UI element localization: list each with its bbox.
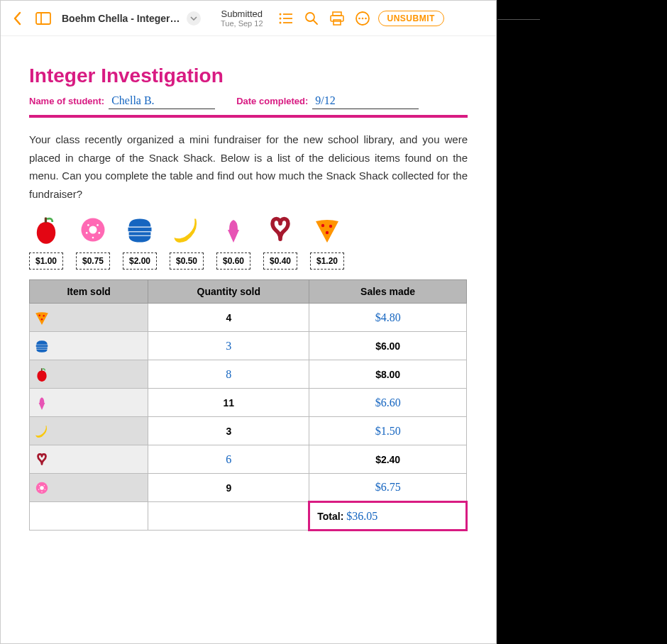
- svg-rect-0: [36, 13, 50, 24]
- qty-cell: 3: [148, 332, 309, 360]
- status-sub: Tue, Sep 12: [221, 19, 263, 28]
- sales-cell: $6.60: [309, 389, 467, 417]
- empty-cell: [30, 502, 148, 531]
- chevron-left-icon: [13, 11, 23, 26]
- doc-title: Boehm Chella - Integers I...: [62, 13, 182, 24]
- sales-table: Item sold Quantity sold Sales made 4$4.8…: [29, 279, 468, 531]
- qty-cell: 4: [148, 304, 309, 332]
- qty-cell: 8: [148, 360, 309, 389]
- svg-rect-12: [334, 20, 341, 25]
- svg-line-9: [314, 21, 317, 24]
- col-item: Item sold: [30, 280, 148, 304]
- qty-cell: 9: [148, 474, 309, 502]
- name-field: Name of student: Chella B.: [29, 94, 215, 109]
- svg-point-16: [365, 17, 367, 19]
- price-box: $0.60: [216, 252, 250, 270]
- total-cell: Total: $36.05: [309, 502, 467, 531]
- total-value: $36.05: [346, 510, 377, 522]
- svg-point-8: [306, 13, 314, 21]
- col-sales: Sales made: [309, 280, 467, 304]
- name-label: Name of student:: [29, 96, 104, 106]
- toc-button[interactable]: [276, 9, 296, 28]
- item-cell: [30, 474, 148, 502]
- item-cell: [30, 445, 148, 474]
- food-icons-row: [29, 213, 468, 247]
- unsubmit-button[interactable]: UNSUBMIT: [378, 11, 444, 26]
- worksheet-page: Integer Investigation Name of student: C…: [1, 36, 496, 545]
- svg-point-2: [279, 13, 281, 15]
- toolbar: Boehm Chella - Integers I... Submitted T…: [1, 1, 496, 36]
- pizza-icon: [310, 213, 344, 247]
- title-dropdown[interactable]: [187, 11, 201, 26]
- svg-point-15: [361, 17, 363, 19]
- total-label: Total:: [317, 511, 343, 522]
- banana-icon: [170, 213, 204, 247]
- price-box: $0.50: [170, 252, 204, 270]
- price-box: $1.20: [310, 252, 344, 270]
- icecream-icon: [216, 213, 250, 247]
- price-box: $1.00: [29, 252, 63, 270]
- pretzel-icon: [263, 213, 297, 247]
- item-cell: [30, 360, 148, 389]
- qty-cell: 3: [148, 417, 309, 445]
- status-block: Submitted Tue, Sep 12: [221, 9, 263, 28]
- empty-cell: [148, 502, 309, 531]
- sidebar-toggle-button[interactable]: [33, 9, 53, 28]
- price-box: $2.00: [123, 252, 157, 270]
- date-label: Date completed:: [236, 96, 308, 106]
- more-icon: [355, 11, 370, 26]
- page-title: Integer Investigation: [29, 65, 468, 87]
- more-button[interactable]: [353, 9, 373, 28]
- meta-row: Name of student: Chella B. Date complete…: [29, 94, 468, 109]
- sales-cell: $6.75: [309, 474, 467, 502]
- burger-icon: [123, 213, 157, 247]
- sales-cell: $1.50: [309, 417, 467, 445]
- item-cell: [30, 332, 148, 360]
- sales-cell: $8.00: [309, 360, 467, 389]
- qty-cell: 6: [148, 445, 309, 474]
- body-text: Your class recently organized a mini fun…: [29, 131, 468, 203]
- qty-cell: 11: [148, 389, 309, 417]
- status-main: Submitted: [221, 9, 263, 19]
- item-cell: [30, 417, 148, 445]
- doc-title-block[interactable]: Boehm Chella - Integers I...: [62, 11, 201, 26]
- svg-point-3: [279, 17, 281, 19]
- donut-icon: [76, 213, 110, 247]
- print-button[interactable]: [327, 9, 347, 28]
- back-button[interactable]: [8, 9, 28, 28]
- search-icon: [304, 11, 319, 26]
- svg-point-14: [358, 17, 360, 19]
- rule: [29, 115, 468, 118]
- callout-line: [497, 19, 540, 20]
- sidebar-icon: [35, 12, 51, 25]
- item-cell: [30, 304, 148, 332]
- price-box: $0.40: [263, 252, 297, 270]
- list-icon: [279, 13, 293, 24]
- price-row: $1.00 $0.75 $2.00 $0.50 $0.60 $0.40 $1.2…: [29, 252, 468, 270]
- apple-icon: [29, 213, 63, 247]
- date-value: 9/12: [312, 94, 419, 109]
- sales-cell: $6.00: [309, 332, 467, 360]
- price-box: $0.75: [76, 252, 110, 270]
- printer-icon: [329, 11, 345, 26]
- sales-cell: $2.40: [309, 445, 467, 474]
- chevron-down-icon: [190, 16, 197, 21]
- search-button[interactable]: [302, 9, 321, 28]
- item-cell: [30, 389, 148, 417]
- col-qty: Quantity sold: [148, 280, 309, 304]
- svg-point-4: [279, 21, 281, 23]
- name-value: Chella B.: [109, 94, 215, 109]
- date-field: Date completed: 9/12: [236, 94, 419, 109]
- sales-cell: $4.80: [309, 304, 467, 332]
